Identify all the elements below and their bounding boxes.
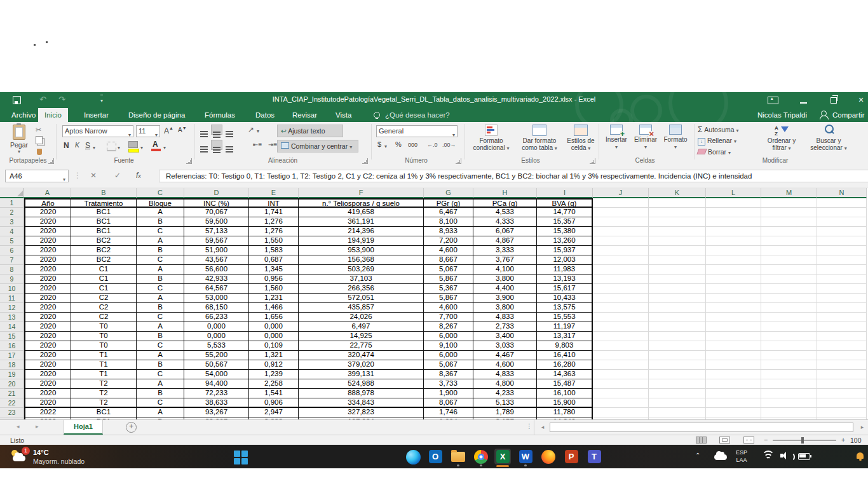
- cell-J14[interactable]: [593, 322, 649, 332]
- orientation-icon[interactable]: ↗: [248, 125, 254, 134]
- cell-B15[interactable]: T0: [71, 332, 137, 341]
- increase-indent-icon[interactable]: ⇥≡: [268, 141, 277, 148]
- cell-E22[interactable]: 0,906: [249, 398, 299, 408]
- cell-L2[interactable]: [706, 208, 761, 217]
- fill-button[interactable]: ↓ Rellenar ▾: [698, 137, 736, 146]
- cell-L6[interactable]: [706, 246, 761, 255]
- share-button[interactable]: Compartir: [826, 108, 868, 122]
- cell-F2[interactable]: 419,658: [299, 208, 424, 217]
- cell-I8[interactable]: 11,983: [537, 265, 593, 274]
- cell-N7[interactable]: [817, 255, 867, 265]
- cell-F7[interactable]: 156,368: [299, 255, 424, 265]
- cell-G4[interactable]: 8,933: [424, 227, 473, 236]
- cell-N13[interactable]: [817, 313, 867, 322]
- cell-L13[interactable]: [706, 313, 761, 322]
- cell-G11[interactable]: 5,867: [424, 294, 473, 303]
- cell-G9[interactable]: 5,867: [424, 274, 473, 284]
- cell-H15[interactable]: 3,400: [473, 332, 537, 341]
- cell-J3[interactable]: [593, 217, 649, 227]
- scrollbar-thumb[interactable]: [550, 423, 853, 432]
- cell-C14[interactable]: A: [137, 322, 184, 332]
- column-header-B[interactable]: B: [71, 188, 137, 198]
- cell-I2[interactable]: 14,770: [537, 208, 593, 217]
- cell-A13[interactable]: 2020: [24, 313, 71, 322]
- cell-C3[interactable]: B: [137, 217, 184, 227]
- cell-C7[interactable]: C: [137, 255, 184, 265]
- firefox-icon[interactable]: [540, 449, 557, 464]
- cell-L14[interactable]: [706, 322, 761, 332]
- cell-M19[interactable]: [761, 370, 817, 379]
- styles-dialog-launcher[interactable]: [590, 158, 595, 164]
- cell-D13[interactable]: 66,233: [184, 313, 249, 322]
- cell-I11[interactable]: 10,433: [537, 294, 593, 303]
- cell-C15[interactable]: B: [137, 332, 184, 341]
- notification-bell-icon[interactable]: [857, 452, 864, 459]
- fill-dropdown[interactable]: ▾: [140, 145, 143, 151]
- cell-A12[interactable]: 2020: [24, 303, 71, 313]
- cell-L22[interactable]: [706, 398, 761, 408]
- italic-button[interactable]: K: [75, 141, 79, 149]
- cell-I18[interactable]: 16,280: [537, 360, 593, 370]
- tab-vista[interactable]: Vista: [329, 108, 358, 122]
- fill-color-icon[interactable]: [128, 141, 138, 148]
- cell-B2[interactable]: BC1: [71, 208, 137, 217]
- cell-K5[interactable]: [649, 236, 706, 246]
- cell-I19[interactable]: 14,363: [537, 370, 593, 379]
- cell-L21[interactable]: [706, 389, 761, 398]
- clipboard-dialog-launcher[interactable]: [48, 158, 54, 164]
- underline-dropdown[interactable]: ▾: [93, 145, 95, 151]
- cell-G12[interactable]: 4,600: [424, 303, 473, 313]
- cell-N17[interactable]: [817, 351, 867, 360]
- cell-I7[interactable]: 12,003: [537, 255, 593, 265]
- cell-L5[interactable]: [706, 236, 761, 246]
- cell-F23[interactable]: 327,823: [299, 408, 424, 417]
- row-header-19[interactable]: 19: [0, 370, 24, 379]
- cell-N18[interactable]: [817, 360, 867, 370]
- cell-N10[interactable]: [817, 284, 867, 294]
- decrease-indent-icon[interactable]: ⇤≡: [253, 141, 262, 148]
- font-size-select[interactable]: 11 ▾: [136, 125, 160, 137]
- cell-H5[interactable]: 4,867: [473, 236, 537, 246]
- scroll-left-icon[interactable]: ◂: [538, 423, 548, 432]
- cell-B12[interactable]: C2: [71, 303, 137, 313]
- cell-M3[interactable]: [761, 217, 817, 227]
- cell-C16[interactable]: C: [137, 341, 184, 351]
- format-painter-icon[interactable]: [37, 149, 42, 155]
- cell-K4[interactable]: [649, 227, 706, 236]
- cell-J15[interactable]: [593, 332, 649, 341]
- cell-G23[interactable]: 1,746: [424, 408, 473, 417]
- cell-K13[interactable]: [649, 313, 706, 322]
- cell-B10[interactable]: C1: [71, 284, 137, 294]
- user-name[interactable]: Nicolas Tripaldi: [751, 108, 813, 122]
- cell-H16[interactable]: 3,033: [473, 341, 537, 351]
- cell-G22[interactable]: 8,067: [424, 398, 473, 408]
- cell-A10[interactable]: 2020: [24, 284, 71, 294]
- cell-G16[interactable]: 9,100: [424, 341, 473, 351]
- row-header-3[interactable]: 3: [0, 217, 24, 227]
- cell-I13[interactable]: 15,553: [537, 313, 593, 322]
- cell-C10[interactable]: C: [137, 284, 184, 294]
- increase-decimal-icon[interactable]: ←.0: [427, 142, 438, 148]
- format-cells-button[interactable]: Formato ▾: [661, 125, 690, 151]
- cell-K7[interactable]: [649, 255, 706, 265]
- cell-C17[interactable]: A: [137, 351, 184, 360]
- row-header-12[interactable]: 12: [0, 303, 24, 313]
- cell-F20[interactable]: 524,988: [299, 379, 424, 389]
- cell-B5[interactable]: BC2: [71, 236, 137, 246]
- cell-E3[interactable]: 1,276: [249, 217, 299, 227]
- cell-J4[interactable]: [593, 227, 649, 236]
- cell-E7[interactable]: 0,687: [249, 255, 299, 265]
- decrease-decimal-icon[interactable]: .00→: [442, 142, 456, 148]
- find-select-button[interactable]: Buscar y seleccionar ▾: [804, 125, 853, 152]
- cell-L23[interactable]: [706, 408, 761, 417]
- cell-N6[interactable]: [817, 246, 867, 255]
- cell-I9[interactable]: 13,193: [537, 274, 593, 284]
- cell-I16[interactable]: 9,803: [537, 341, 593, 351]
- cell-N11[interactable]: [817, 294, 867, 303]
- increase-font-icon[interactable]: A▲: [164, 126, 173, 135]
- zoom-slider-track[interactable]: [773, 440, 836, 441]
- cell-F16[interactable]: 22,775: [299, 341, 424, 351]
- cell-L12[interactable]: [706, 303, 761, 313]
- cell-K14[interactable]: [649, 322, 706, 332]
- cell-M13[interactable]: [761, 313, 817, 322]
